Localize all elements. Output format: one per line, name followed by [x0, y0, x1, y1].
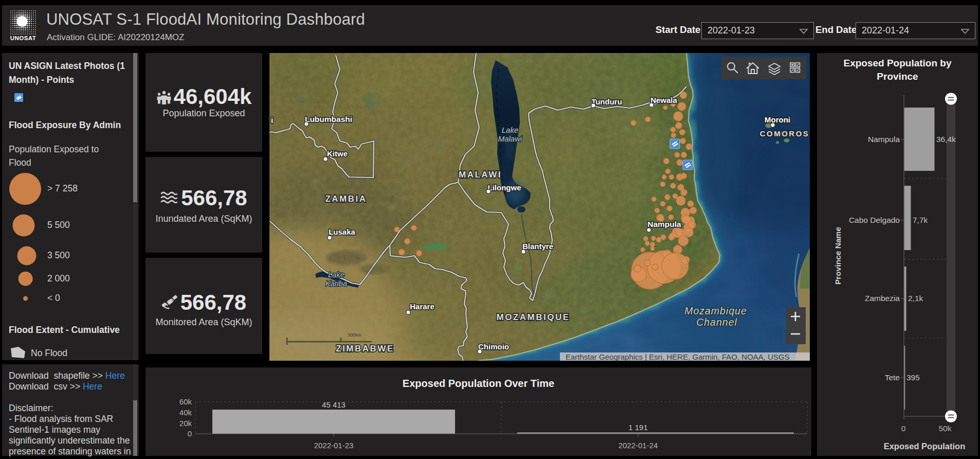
svg-text:50k: 50k — [939, 424, 952, 433]
svg-text:Province Name: Province Name — [833, 227, 842, 285]
svg-text:395: 395 — [906, 373, 920, 382]
svg-text:Lilongwe: Lilongwe — [488, 183, 521, 192]
svg-text:Malawi: Malawi — [498, 134, 522, 143]
svg-text:7,7k: 7,7k — [913, 216, 928, 224]
svg-text:Cabo Delgado: Cabo Delgado — [849, 216, 900, 224]
svg-text:Lake: Lake — [502, 126, 519, 134]
svg-text:Lubumbashi: Lubumbashi — [305, 115, 352, 123]
svg-text:36,4k: 36,4k — [936, 135, 956, 144]
svg-text:45 413: 45 413 — [322, 400, 346, 409]
svg-text:Kitwe: Kitwe — [327, 149, 348, 158]
svg-text:Zambezia: Zambezia — [865, 294, 900, 303]
svg-text:Tete: Tete — [885, 373, 900, 382]
svg-text:2022-01-24: 2022-01-24 — [619, 441, 658, 450]
svg-text:Mozambique: Mozambique — [684, 305, 747, 316]
svg-text:Chimoio: Chimoio — [478, 342, 509, 351]
svg-text:2022-01-23: 2022-01-23 — [314, 441, 354, 450]
svg-text:300km: 300km — [348, 332, 361, 338]
svg-text:Exposed Population: Exposed Population — [884, 442, 966, 451]
svg-text:Harare: Harare — [410, 302, 434, 311]
svg-text:i: i — [271, 116, 273, 125]
svg-text:ZAMBIA: ZAMBIA — [325, 194, 367, 204]
svg-text:Nampula: Nampula — [868, 135, 900, 144]
svg-text:ZIMBABWE: ZIMBABWE — [336, 344, 394, 354]
svg-text:Earthstar Geographics | Esri,: Earthstar Geographics | Esri, HERE, Garm… — [566, 352, 790, 361]
svg-text:1 191: 1 191 — [628, 423, 648, 432]
svg-text:Lusaka: Lusaka — [329, 227, 355, 236]
svg-text:Lake: Lake — [328, 271, 344, 279]
svg-text:0: 0 — [901, 424, 906, 433]
svg-text:Tunduru: Tunduru — [591, 97, 622, 106]
svg-text:Channel: Channel — [696, 316, 737, 328]
svg-text:MALAWI: MALAWI — [459, 170, 502, 180]
svg-text:Moroni: Moroni — [765, 115, 790, 124]
svg-text:Nampula: Nampula — [647, 220, 681, 228]
svg-text:Blantyre: Blantyre — [522, 242, 553, 251]
svg-text:60k: 60k — [179, 397, 192, 406]
svg-text:MOZAMBIQUE: MOZAMBIQUE — [496, 312, 570, 322]
svg-text:2,1k: 2,1k — [908, 294, 923, 303]
svg-text:COMOROS: COMOROS — [760, 129, 810, 138]
svg-text:Kariba: Kariba — [325, 279, 347, 288]
svg-text:Newala: Newala — [650, 96, 677, 104]
svg-text:0: 0 — [188, 429, 192, 438]
svg-text:40k: 40k — [179, 408, 192, 417]
svg-text:20k: 20k — [179, 419, 192, 428]
